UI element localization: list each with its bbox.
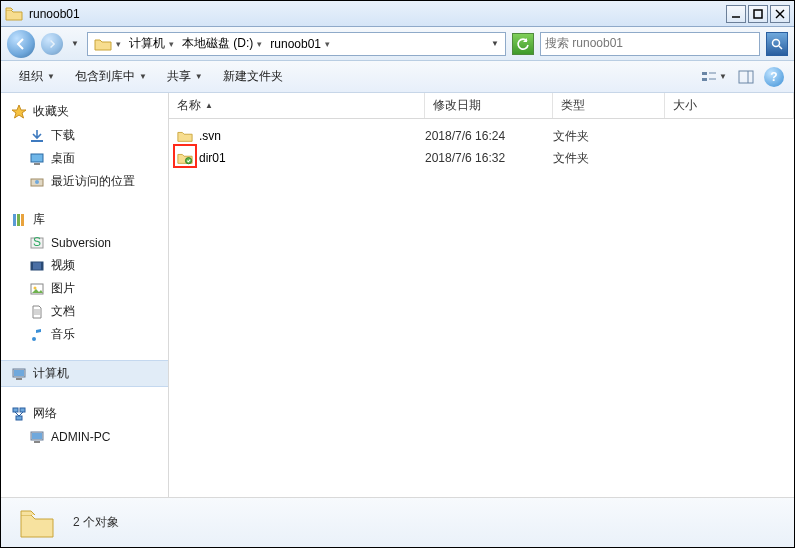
library-icon	[11, 212, 27, 228]
help-button[interactable]: ?	[764, 67, 784, 87]
desktop-icon	[29, 151, 45, 167]
organize-button[interactable]: 组织▼	[11, 65, 63, 88]
nav-forward-button[interactable]	[41, 33, 63, 55]
new-folder-button[interactable]: 新建文件夹	[215, 65, 291, 88]
svg-rect-24	[41, 262, 43, 270]
preview-pane-button[interactable]	[732, 65, 760, 89]
svg-point-30	[32, 337, 36, 341]
sidebar-label: 图片	[51, 280, 75, 297]
search-go-button[interactable]	[766, 32, 788, 56]
sidebar-label: ADMIN-PC	[51, 430, 110, 444]
svg-text:S: S	[33, 235, 41, 249]
svg-line-37	[15, 412, 19, 416]
crumb-drive[interactable]: 本地磁盘 (D:)▾	[178, 33, 266, 55]
nav-back-button[interactable]	[7, 30, 35, 58]
document-icon	[29, 304, 45, 320]
folder-svn-icon	[177, 150, 193, 166]
sidebar-label: 计算机	[33, 365, 69, 382]
sidebar-favorites[interactable]: 收藏夹	[1, 99, 168, 124]
column-date[interactable]: 修改日期	[425, 93, 553, 118]
sidebar-label: 网络	[33, 405, 57, 422]
svg-point-42	[185, 158, 191, 164]
sidebar-item-adminpc[interactable]: ADMIN-PC	[1, 426, 168, 448]
list-item[interactable]: .svn 2018/7/6 16:24 文件夹	[169, 125, 794, 147]
network-icon	[11, 406, 27, 422]
svg-rect-41	[34, 441, 40, 443]
crumb-computer[interactable]: 计算机▾	[125, 33, 178, 55]
sidebar-label: 音乐	[51, 326, 75, 343]
crumb-label: 计算机	[129, 35, 165, 52]
sidebar-label: 桌面	[51, 150, 75, 167]
file-list[interactable]: .svn 2018/7/6 16:24 文件夹 dir01 2018/7/6 1…	[169, 119, 794, 497]
crumb-folder[interactable]: runoob01▾	[266, 33, 334, 55]
minimize-button[interactable]	[726, 5, 746, 23]
sidebar-item-music[interactable]: 音乐	[1, 323, 168, 346]
svg-line-38	[19, 412, 23, 416]
sidebar-computer[interactable]: 计算机	[1, 360, 168, 387]
svg-rect-32	[14, 370, 24, 376]
sidebar-item-videos[interactable]: 视频	[1, 254, 168, 277]
address-bar[interactable]: ▾ 计算机▾ 本地磁盘 (D:)▾ runoob01▾ ▼	[87, 32, 506, 56]
music-icon	[29, 327, 45, 343]
file-type: 文件夹	[553, 128, 665, 145]
star-icon	[11, 104, 27, 120]
svg-point-26	[34, 286, 37, 289]
file-name: .svn	[199, 129, 221, 143]
column-headers: 名称 ▲ 修改日期 类型 大小	[169, 93, 794, 119]
svg-rect-35	[20, 408, 25, 412]
sidebar-item-downloads[interactable]: 下载	[1, 124, 168, 147]
sidebar-libraries[interactable]: 库	[1, 207, 168, 232]
status-folder-icon	[17, 503, 57, 543]
crumb-label: 本地磁盘 (D:)	[182, 35, 253, 52]
include-in-library-button[interactable]: 包含到库中▼	[67, 65, 155, 88]
view-options-button[interactable]: ▼	[700, 65, 728, 89]
sidebar-label: 最近访问的位置	[51, 173, 135, 190]
sidebar-label: 收藏夹	[33, 103, 69, 120]
sidebar-item-desktop[interactable]: 桌面	[1, 147, 168, 170]
navbar: ▼ ▾ 计算机▾ 本地磁盘 (D:)▾ runoob01▾ ▼ 搜索 runoo…	[1, 27, 794, 61]
titlebar: runoob01	[1, 1, 794, 27]
crumb-folder-icon[interactable]: ▾	[90, 33, 125, 55]
file-type: 文件夹	[553, 150, 665, 167]
svg-rect-34	[13, 408, 18, 412]
crumb-label: runoob01	[270, 37, 321, 51]
sidebar: 收藏夹 下载 桌面 最近访问的位置 库 S Subversion	[1, 93, 169, 497]
toolbar: 组织▼ 包含到库中▼ 共享▼ 新建文件夹 ▼ ?	[1, 61, 794, 93]
svg-rect-23	[31, 262, 33, 270]
status-text: 2 个对象	[73, 514, 119, 531]
sidebar-label: 库	[33, 211, 45, 228]
file-name: dir01	[199, 151, 226, 165]
folder-icon	[177, 128, 193, 144]
address-dropdown[interactable]: ▼	[487, 33, 503, 55]
refresh-button[interactable]	[512, 33, 534, 55]
sidebar-item-pictures[interactable]: 图片	[1, 277, 168, 300]
list-item[interactable]: dir01 2018/7/6 16:32 文件夹	[169, 147, 794, 169]
svg-rect-36	[16, 416, 22, 420]
svg-rect-6	[702, 72, 707, 75]
column-size[interactable]: 大小	[665, 93, 794, 118]
sidebar-item-subversion[interactable]: S Subversion	[1, 232, 168, 254]
svg-rect-10	[739, 71, 753, 83]
column-type[interactable]: 类型	[553, 93, 665, 118]
sidebar-item-recent[interactable]: 最近访问的位置	[1, 170, 168, 193]
window-folder-icon	[5, 5, 23, 23]
svg-rect-13	[31, 154, 43, 162]
svg-point-4	[773, 39, 780, 46]
svg-rect-19	[21, 214, 24, 226]
svg-rect-33	[16, 378, 22, 380]
search-input[interactable]: 搜索 runoob01	[540, 32, 760, 56]
nav-history-dropdown[interactable]: ▼	[69, 34, 81, 54]
sidebar-item-documents[interactable]: 文档	[1, 300, 168, 323]
svg-rect-1	[754, 10, 762, 18]
window-controls	[726, 5, 790, 23]
maximize-button[interactable]	[748, 5, 768, 23]
search-placeholder: 搜索 runoob01	[545, 35, 755, 52]
close-button[interactable]	[770, 5, 790, 23]
svg-line-5	[779, 46, 782, 49]
share-button[interactable]: 共享▼	[159, 65, 211, 88]
pc-icon	[29, 429, 45, 445]
svg-rect-18	[17, 214, 20, 226]
column-name[interactable]: 名称 ▲	[169, 93, 425, 118]
statusbar: 2 个对象	[1, 497, 794, 547]
sidebar-network[interactable]: 网络	[1, 401, 168, 426]
